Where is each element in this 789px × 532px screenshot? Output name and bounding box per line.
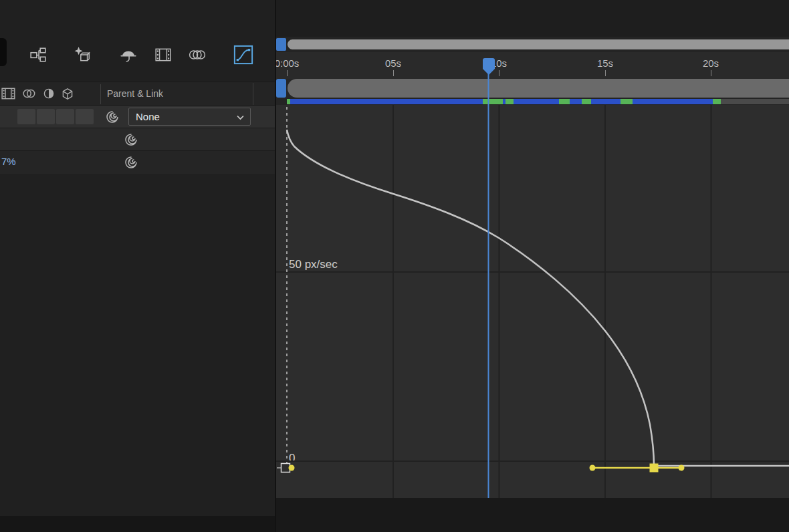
frame-blending-icon [154,46,172,63]
frame-blend-column-icon [1,86,16,101]
motion-blur-button[interactable] [185,43,209,67]
mini-flowchart-button[interactable] [26,43,50,67]
property-pickwhip-icon[interactable] [124,132,138,147]
gridlines [276,105,789,498]
shy-icon [120,46,137,63]
playhead-marker[interactable] [483,58,495,75]
layer-row-3: 7% [0,150,275,174]
graph-overlay [276,0,789,532]
playhead-line [488,58,489,498]
panel-edge-button[interactable] [0,38,7,66]
draft-3d-icon [74,46,91,63]
motion-blur-icon [189,46,206,63]
graph-editor-icon [233,45,253,65]
mini-flowchart-icon [29,46,47,63]
frame-blending-button[interactable] [151,43,175,67]
adjustment-layer-column-icon [41,86,56,101]
layer-row-1: None [0,105,275,128]
layer-switch-cell[interactable] [37,109,55,124]
layer-switch-cell[interactable] [76,109,94,124]
speed-curve [287,130,789,466]
column-divider [100,84,101,104]
parent-link-column-header: Parent & Link [107,88,163,99]
3d-layer-column-icon [60,86,75,101]
property-pickwhip-icon[interactable] [124,155,138,170]
after-effects-timeline: Parent & Link None [0,0,789,532]
column-headers: Parent & Link [0,82,275,106]
graph-editor-panel: 0:00s 05s 10s 15s 20s 50 px/sec [276,0,789,532]
shy-button[interactable] [116,43,140,67]
selected-keyframe[interactable] [650,464,659,473]
parent-dropdown-value: None [136,111,160,122]
parent-dropdown[interactable]: None [128,108,251,126]
panel-bottom-strip [0,516,275,532]
in-handle-dot[interactable] [590,465,596,471]
start-handle-dot[interactable] [289,465,295,471]
parent-pickwhip-icon[interactable] [105,110,120,124]
out-handle-dot[interactable] [679,465,685,471]
chevron-down-icon [237,115,244,120]
layer-row-2 [0,128,275,151]
graph-editor-button[interactable] [231,43,255,67]
draft-3d-button[interactable] [70,43,94,67]
timeline-left-panel: Parent & Link None [0,0,275,532]
property-value-text[interactable]: 7% [1,156,16,167]
layer-switch-cell[interactable] [56,109,74,124]
motion-blur-column-icon [22,86,37,101]
layer-switch-cell[interactable] [17,109,35,124]
